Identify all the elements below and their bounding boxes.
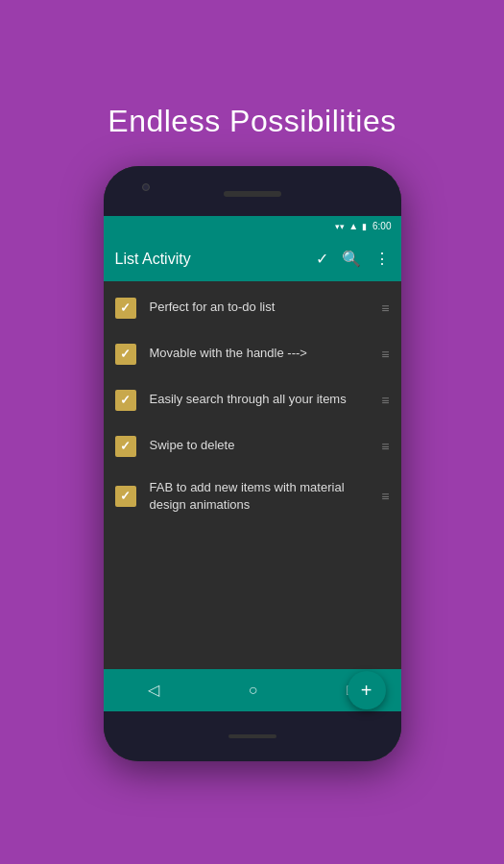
- more-options-icon[interactable]: ⋮: [374, 250, 390, 268]
- phone-bottom-bezel: [104, 711, 401, 761]
- app-toolbar: List Activity ✓ 🔍 ⋮: [104, 237, 401, 281]
- fab-button[interactable]: +: [348, 671, 386, 709]
- checkbox-check-icon: ✓: [120, 393, 131, 407]
- list-item-text: Movable with the handle --->: [150, 345, 374, 362]
- checkbox[interactable]: ✓: [115, 390, 136, 411]
- list-item-text: Swipe to delete: [150, 437, 374, 454]
- list-item-text: Perfect for an to-do list: [150, 299, 374, 316]
- back-nav-icon[interactable]: ◁: [148, 681, 159, 699]
- status-time: 6:00: [372, 221, 391, 231]
- search-icon[interactable]: 🔍: [342, 250, 361, 268]
- list-item[interactable]: ✓Perfect for an to-do list≡: [104, 285, 401, 331]
- check-icon[interactable]: ✓: [316, 250, 328, 268]
- phone-mockup: ▾▾ ▲ ▮ 6:00 List Activity ✓ 🔍 ⋮ ✓Perfect…: [104, 166, 401, 761]
- checkbox[interactable]: ✓: [115, 344, 136, 365]
- phone-camera: [142, 183, 150, 191]
- list-item[interactable]: ✓Easily search through all your items≡: [104, 377, 401, 423]
- drag-handle-icon[interactable]: ≡: [381, 300, 389, 316]
- checkbox-check-icon: ✓: [120, 489, 131, 503]
- wifi-icon: ▾▾: [335, 222, 345, 231]
- checkbox[interactable]: ✓: [115, 436, 136, 457]
- drag-handle-icon[interactable]: ≡: [381, 439, 389, 454]
- signal-icon: ▲: [348, 221, 358, 231]
- status-bar-right: ▾▾ ▲ ▮ 6:00: [335, 221, 391, 231]
- phone-top-bezel: [104, 166, 401, 216]
- list-item-text: Easily search through all your items: [150, 391, 374, 408]
- checkbox-check-icon: ✓: [120, 347, 131, 361]
- drag-handle-icon[interactable]: ≡: [381, 347, 389, 362]
- phone-screen: ▾▾ ▲ ▮ 6:00 List Activity ✓ 🔍 ⋮ ✓Perfect…: [104, 216, 401, 711]
- phone-speaker: [224, 191, 281, 197]
- checkbox[interactable]: ✓: [115, 486, 136, 507]
- status-bar: ▾▾ ▲ ▮ 6:00: [104, 216, 401, 237]
- battery-icon: ▮: [362, 222, 367, 231]
- drag-handle-icon[interactable]: ≡: [381, 489, 389, 504]
- drag-handle-icon[interactable]: ≡: [381, 393, 389, 408]
- list-container: ✓Perfect for an to-do list≡✓Movable with…: [104, 281, 401, 669]
- home-nav-icon[interactable]: ○: [249, 682, 258, 699]
- list-item-text: FAB to add new items with material desig…: [150, 479, 374, 514]
- list-item[interactable]: ✓FAB to add new items with material desi…: [104, 469, 401, 523]
- toolbar-title: List Activity: [115, 251, 316, 268]
- list-item[interactable]: ✓Movable with the handle --->≡: [104, 331, 401, 377]
- fab-plus-icon: +: [361, 681, 372, 700]
- toolbar-icons: ✓ 🔍 ⋮: [316, 250, 390, 268]
- phone-home-bar: [228, 734, 276, 738]
- checkbox-check-icon: ✓: [120, 300, 131, 315]
- list-item[interactable]: ✓Swipe to delete≡: [104, 423, 401, 469]
- checkbox[interactable]: ✓: [115, 298, 136, 319]
- page-title: Endless Possibilities: [108, 104, 396, 139]
- checkbox-check-icon: ✓: [120, 439, 131, 453]
